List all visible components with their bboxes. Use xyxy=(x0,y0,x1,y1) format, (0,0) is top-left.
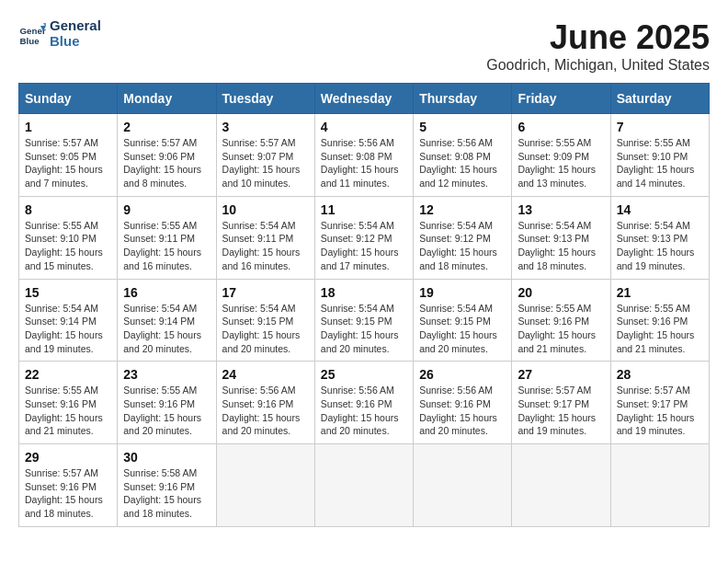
calendar-cell: 24 Sunrise: 5:56 AM Sunset: 9:16 PM Dayl… xyxy=(216,362,314,444)
sunrise-label: Sunrise: 5:54 AM xyxy=(321,220,394,231)
sunrise-label: Sunrise: 5:55 AM xyxy=(518,137,591,148)
daylight-label: Daylight: 15 hours xyxy=(123,247,201,258)
day-info: Sunrise: 5:55 AM Sunset: 9:16 PM Dayligh… xyxy=(123,384,210,438)
sunset-label: Sunset: 9:16 PM xyxy=(123,481,195,492)
day-info: Sunrise: 5:57 AM Sunset: 9:05 PM Dayligh… xyxy=(25,136,111,190)
calendar-header-row: SundayMondayTuesdayWednesdayThursdayFrid… xyxy=(19,84,710,114)
day-number: 24 xyxy=(222,367,309,382)
calendar-cell: 16 Sunrise: 5:54 AM Sunset: 9:14 PM Dayl… xyxy=(118,279,216,362)
column-header-thursday: Thursday xyxy=(414,84,512,114)
sunset-label: Sunset: 9:08 PM xyxy=(321,151,392,162)
day-info: Sunrise: 5:56 AM Sunset: 9:16 PM Dayligh… xyxy=(419,384,506,438)
calendar-cell: 14 Sunrise: 5:54 AM Sunset: 9:13 PM Dayl… xyxy=(610,196,709,279)
day-number: 7 xyxy=(617,120,703,134)
sunset-label: Sunset: 9:16 PM xyxy=(25,481,97,492)
calendar-title: June 2025 xyxy=(486,18,710,57)
daylight-label: Daylight: 15 hours xyxy=(321,329,399,340)
title-section: June 2025 Goodrich, Michigan, United Sta… xyxy=(486,18,710,74)
daylight-minutes: and 19 minutes. xyxy=(617,260,686,271)
day-number: 2 xyxy=(123,120,210,134)
daylight-label: Daylight: 15 hours xyxy=(617,412,695,423)
sunrise-label: Sunrise: 5:57 AM xyxy=(25,467,98,478)
day-number: 9 xyxy=(123,202,210,217)
daylight-label: Daylight: 15 hours xyxy=(617,164,695,175)
sunrise-label: Sunrise: 5:54 AM xyxy=(25,303,98,314)
calendar-cell: 28 Sunrise: 5:57 AM Sunset: 9:17 PM Dayl… xyxy=(610,362,709,444)
sunrise-label: Sunrise: 5:54 AM xyxy=(518,220,591,231)
sunset-label: Sunset: 9:16 PM xyxy=(518,316,589,327)
daylight-label: Daylight: 15 hours xyxy=(518,247,596,258)
sunset-label: Sunset: 9:12 PM xyxy=(321,233,392,244)
day-number: 10 xyxy=(222,202,309,217)
daylight-label: Daylight: 15 hours xyxy=(419,412,497,423)
calendar-cell: 12 Sunrise: 5:54 AM Sunset: 9:12 PM Dayl… xyxy=(414,196,512,279)
day-number: 14 xyxy=(617,202,703,217)
daylight-label: Daylight: 15 hours xyxy=(25,412,103,423)
sunrise-label: Sunrise: 5:55 AM xyxy=(617,303,690,314)
daylight-minutes: and 8 minutes. xyxy=(123,178,187,189)
day-number: 21 xyxy=(617,285,703,300)
daylight-minutes: and 20 minutes. xyxy=(419,425,488,436)
day-info: Sunrise: 5:55 AM Sunset: 9:09 PM Dayligh… xyxy=(518,136,604,190)
day-number: 5 xyxy=(419,120,506,134)
calendar-cell xyxy=(512,444,610,527)
calendar-cell: 20 Sunrise: 5:55 AM Sunset: 9:16 PM Dayl… xyxy=(512,279,610,362)
day-number: 6 xyxy=(518,120,604,134)
sunrise-label: Sunrise: 5:55 AM xyxy=(123,220,197,231)
sunrise-label: Sunrise: 5:57 AM xyxy=(123,137,197,148)
sunset-label: Sunset: 9:16 PM xyxy=(617,316,688,327)
daylight-minutes: and 20 minutes. xyxy=(123,425,192,436)
calendar-cell: 18 Sunrise: 5:54 AM Sunset: 9:15 PM Dayl… xyxy=(314,279,413,362)
daylight-minutes: and 20 minutes. xyxy=(123,343,192,354)
daylight-minutes: and 21 minutes. xyxy=(518,343,586,354)
calendar-cell: 17 Sunrise: 5:54 AM Sunset: 9:15 PM Dayl… xyxy=(216,279,314,362)
sunrise-label: Sunrise: 5:55 AM xyxy=(518,303,591,314)
sunset-label: Sunset: 9:16 PM xyxy=(419,398,491,409)
daylight-minutes: and 13 minutes. xyxy=(518,178,586,189)
day-number: 22 xyxy=(25,367,111,382)
day-number: 16 xyxy=(123,285,210,300)
daylight-label: Daylight: 15 hours xyxy=(222,247,301,258)
sunrise-label: Sunrise: 5:55 AM xyxy=(25,385,98,396)
daylight-minutes: and 20 minutes. xyxy=(222,343,291,354)
daylight-minutes: and 16 minutes. xyxy=(123,260,192,271)
day-info: Sunrise: 5:57 AM Sunset: 9:17 PM Dayligh… xyxy=(617,384,703,438)
calendar-cell: 30 Sunrise: 5:58 AM Sunset: 9:16 PM Dayl… xyxy=(118,444,216,527)
sunset-label: Sunset: 9:17 PM xyxy=(617,398,688,409)
day-number: 12 xyxy=(419,202,506,217)
daylight-label: Daylight: 15 hours xyxy=(25,329,103,340)
daylight-minutes: and 18 minutes. xyxy=(419,260,488,271)
daylight-label: Daylight: 15 hours xyxy=(25,494,103,505)
calendar-cell: 22 Sunrise: 5:55 AM Sunset: 9:16 PM Dayl… xyxy=(19,362,118,444)
day-info: Sunrise: 5:55 AM Sunset: 9:10 PM Dayligh… xyxy=(25,219,111,273)
daylight-label: Daylight: 15 hours xyxy=(518,329,596,340)
day-number: 18 xyxy=(321,285,407,300)
svg-text:Blue: Blue xyxy=(20,35,40,45)
calendar-cell: 9 Sunrise: 5:55 AM Sunset: 9:11 PM Dayli… xyxy=(118,196,216,279)
day-number: 28 xyxy=(617,367,703,382)
column-header-tuesday: Tuesday xyxy=(216,84,314,114)
sunrise-label: Sunrise: 5:54 AM xyxy=(222,303,296,314)
calendar-cell: 6 Sunrise: 5:55 AM Sunset: 9:09 PM Dayli… xyxy=(512,114,610,197)
daylight-minutes: and 19 minutes. xyxy=(25,343,94,354)
week-row-1: 1 Sunrise: 5:57 AM Sunset: 9:05 PM Dayli… xyxy=(19,114,710,197)
sunrise-label: Sunrise: 5:57 AM xyxy=(617,385,690,396)
calendar-cell: 1 Sunrise: 5:57 AM Sunset: 9:05 PM Dayli… xyxy=(19,114,118,197)
sunset-label: Sunset: 9:16 PM xyxy=(123,398,195,409)
day-number: 8 xyxy=(25,202,111,217)
daylight-label: Daylight: 15 hours xyxy=(321,164,399,175)
daylight-label: Daylight: 15 hours xyxy=(419,329,497,340)
day-info: Sunrise: 5:57 AM Sunset: 9:17 PM Dayligh… xyxy=(518,384,604,438)
day-info: Sunrise: 5:55 AM Sunset: 9:16 PM Dayligh… xyxy=(518,302,604,356)
sunset-label: Sunset: 9:10 PM xyxy=(25,233,97,244)
day-info: Sunrise: 5:55 AM Sunset: 9:11 PM Dayligh… xyxy=(123,219,210,273)
sunrise-label: Sunrise: 5:56 AM xyxy=(321,137,394,148)
day-info: Sunrise: 5:55 AM Sunset: 9:10 PM Dayligh… xyxy=(617,136,703,190)
sunset-label: Sunset: 9:11 PM xyxy=(123,233,195,244)
daylight-minutes: and 7 minutes. xyxy=(25,178,88,189)
daylight-minutes: and 18 minutes. xyxy=(123,508,192,519)
day-number: 20 xyxy=(518,285,604,300)
daylight-minutes: and 20 minutes. xyxy=(419,343,488,354)
daylight-label: Daylight: 15 hours xyxy=(222,412,301,423)
daylight-minutes: and 12 minutes. xyxy=(419,178,488,189)
